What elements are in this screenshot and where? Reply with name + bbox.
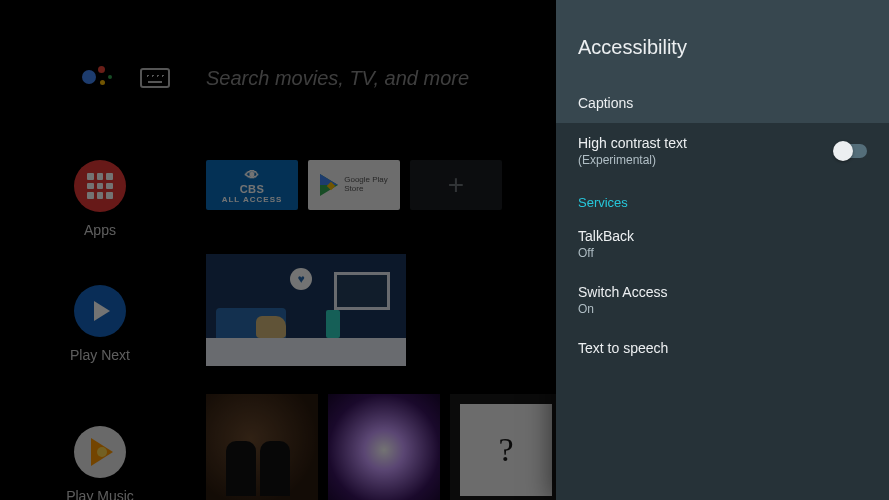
settings-item-text-to-speech[interactable]: Text to speech [556,328,889,368]
apps-tiles-row: 👁 CBS ALL ACCESS Google Play Store + [206,160,502,210]
rail-play-music-label: Play Music [60,488,140,500]
play-next-icon [74,285,126,337]
apps-icon [74,160,126,212]
keyboard-icon[interactable] [140,68,170,88]
tile-cbs-label-1: CBS [240,183,265,195]
music-card[interactable] [450,394,562,500]
rail-play-next-label: Play Next [60,347,140,363]
panel-title: Accessibility [556,0,889,83]
high-contrast-toggle[interactable] [835,144,867,158]
switch-access-status: On [578,302,667,316]
heart-icon: ♥ [290,268,312,290]
assistant-icon[interactable] [82,62,114,94]
music-card[interactable] [328,394,440,500]
settings-item-talkback[interactable]: TalkBack Off [556,216,889,272]
talkback-status: Off [578,246,634,260]
talkback-label: TalkBack [578,228,634,244]
settings-item-captions[interactable]: Captions [556,83,889,123]
play-next-row: ♥ [206,254,406,366]
tile-cbs-label-2: ALL ACCESS [222,195,283,204]
search-row: Search movies, TV, and more [82,62,469,94]
services-section-header: Services [556,179,889,216]
tts-label: Text to speech [578,340,668,356]
rail-play-next[interactable]: Play Next [60,285,140,363]
play-music-row [206,394,562,500]
tile-cbs-all-access[interactable]: 👁 CBS ALL ACCESS [206,160,298,210]
tile-google-play-store[interactable]: Google Play Store [308,160,400,210]
plus-icon: + [448,169,464,201]
rail-apps[interactable]: Apps [60,160,140,238]
accessibility-panel: Accessibility Captions High contrast tex… [556,0,889,500]
rail-apps-label: Apps [60,222,140,238]
settings-item-high-contrast[interactable]: High contrast text (Experimental) [556,123,889,179]
search-input[interactable]: Search movies, TV, and more [206,67,469,90]
play-music-icon [74,426,126,478]
google-play-icon [320,174,338,196]
music-card[interactable] [206,394,318,500]
captions-label: Captions [578,95,633,111]
switch-access-label: Switch Access [578,284,667,300]
high-contrast-sublabel: (Experimental) [578,153,687,167]
tile-play-label: Google Play Store [344,176,388,194]
high-contrast-label: High contrast text [578,135,687,151]
rail-play-music[interactable]: Play Music [60,426,140,500]
tile-add-app[interactable]: + [410,160,502,210]
settings-item-switch-access[interactable]: Switch Access On [556,272,889,328]
play-next-card[interactable]: ♥ [206,254,406,366]
